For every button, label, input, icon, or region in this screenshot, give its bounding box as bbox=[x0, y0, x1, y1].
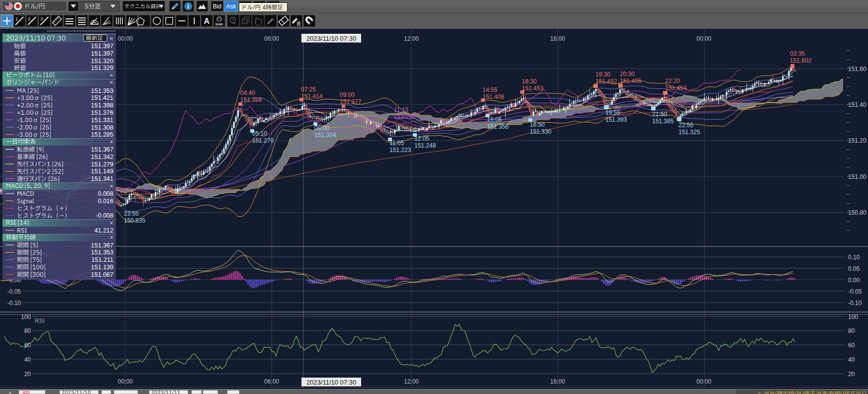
svg-text:0.008: 0.008 bbox=[98, 190, 113, 197]
svg-text:4: 4 bbox=[9, 391, 11, 394]
svg-text:151.397: 151.397 bbox=[91, 43, 113, 50]
svg-text:×: × bbox=[109, 183, 113, 190]
svg-text:151.320: 151.320 bbox=[91, 58, 113, 65]
svg-text:×: × bbox=[109, 72, 113, 79]
svg-text:400: 400 bbox=[22, 390, 30, 394]
svg-text:3: 3 bbox=[40, 16, 43, 21]
svg-text:151.397: 151.397 bbox=[91, 50, 113, 57]
svg-text:A: A bbox=[204, 17, 210, 25]
svg-text:41.212: 41.212 bbox=[95, 227, 113, 234]
svg-text:151.211: 151.211 bbox=[92, 256, 113, 263]
svg-text:151.367: 151.367 bbox=[91, 242, 113, 249]
svg-text:151.398: 151.398 bbox=[91, 102, 113, 109]
svg-text:Bid: Bid bbox=[213, 3, 221, 10]
svg-text:×: × bbox=[109, 234, 113, 241]
svg-text:151.329: 151.329 bbox=[91, 65, 113, 72]
svg-text:Ask: Ask bbox=[226, 3, 236, 10]
svg-text:151.353: 151.353 bbox=[91, 87, 113, 94]
svg-text:151.342: 151.342 bbox=[91, 154, 113, 160]
svg-text:151.421: 151.421 bbox=[91, 94, 113, 101]
svg-text:151.087: 151.087 bbox=[91, 271, 113, 278]
svg-text:151.331: 151.331 bbox=[91, 117, 113, 124]
svg-text:-0.008: -0.008 bbox=[96, 212, 113, 219]
svg-text:icon: icon bbox=[215, 22, 223, 26]
svg-text:1: 1 bbox=[15, 16, 18, 21]
svg-text:151.341: 151.341 bbox=[91, 175, 113, 182]
svg-text:×: × bbox=[109, 79, 113, 86]
svg-text:×: × bbox=[109, 220, 113, 227]
svg-text:151.279: 151.279 bbox=[91, 161, 113, 168]
svg-text:×: × bbox=[109, 139, 113, 146]
svg-text:151.353: 151.353 bbox=[91, 249, 113, 256]
svg-text:151.376: 151.376 bbox=[91, 109, 113, 116]
svg-text:151.149: 151.149 bbox=[91, 168, 113, 175]
svg-text:151.285: 151.285 bbox=[91, 131, 113, 138]
svg-text:2: 2 bbox=[28, 16, 30, 21]
svg-text:0.016: 0.016 bbox=[98, 198, 113, 205]
svg-text:×: × bbox=[109, 35, 113, 42]
svg-text:151.367: 151.367 bbox=[91, 146, 113, 153]
svg-text:151.139: 151.139 bbox=[91, 264, 113, 271]
svg-text:151.308: 151.308 bbox=[91, 124, 113, 131]
